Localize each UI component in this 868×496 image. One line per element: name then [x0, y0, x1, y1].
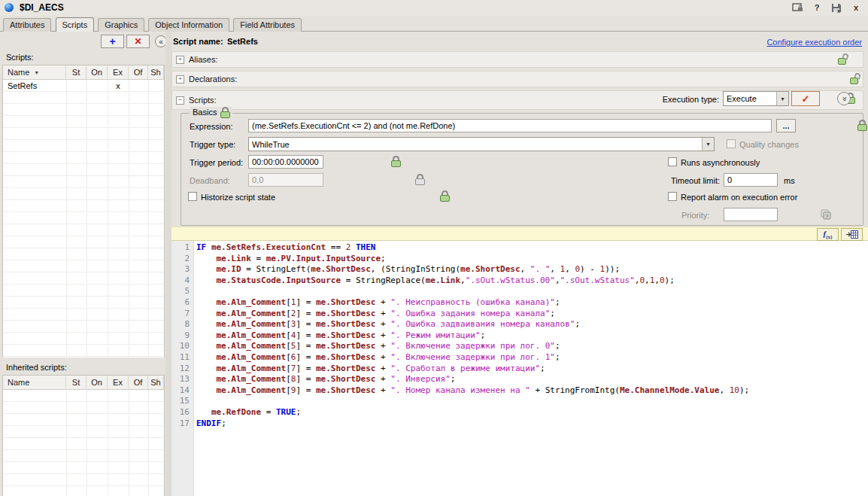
code-line[interactable]: 14 me.Alm_Comment[9] = me.ShortDesc + ".…	[171, 385, 868, 397]
script-cell	[66, 80, 86, 92]
column-header[interactable]: Ex	[108, 376, 129, 389]
column-header[interactable]: Name	[3, 376, 66, 389]
historize-checkbox[interactable]	[188, 192, 197, 201]
code-line[interactable]: 3 me.ID = StringLeft(me.ShortDesc, (Stri…	[171, 264, 868, 275]
quality-changes-label: Quality changes	[739, 140, 799, 149]
expression-input[interactable]: (me.SetRefs.ExecutionCnt <= 2) and (not …	[248, 119, 772, 132]
report-alarm-checkbox[interactable]	[668, 192, 677, 201]
aliases-section: + Aliases:	[171, 51, 863, 68]
script-cell	[129, 80, 148, 92]
timeout-input[interactable]: 0	[724, 173, 778, 187]
priority-input[interactable]	[724, 208, 778, 221]
report-alarm-label: Report alarm on execution error	[681, 193, 797, 202]
code-line[interactable]: 6 me.Alm_Comment[1] = me.ShortDesc + ". …	[171, 297, 868, 309]
object-icon	[5, 3, 14, 12]
line-number: 5	[171, 286, 196, 297]
window-title: $DI_AECS	[20, 2, 64, 13]
function-browser-button[interactable]: f(x)	[817, 228, 839, 241]
column-header[interactable]: St	[66, 65, 86, 79]
historize-lock-icon[interactable]	[440, 190, 450, 202]
code-line[interactable]: 7 me.Alm_Comment[2] = me.ShortDesc + ". …	[171, 309, 868, 320]
code-line[interactable]: 9 me.Alm_Comment[4] = me.ShortDesc + ". …	[171, 330, 868, 342]
panel-splitter[interactable]	[165, 32, 171, 496]
svg-text:?: ?	[825, 213, 829, 220]
expression-label: Expression:	[190, 122, 232, 131]
aliases-unlock-icon[interactable]	[838, 53, 848, 65]
column-header[interactable]: Ex	[108, 65, 129, 79]
save-close-icon[interactable]: x	[830, 2, 842, 13]
line-number: 16	[171, 407, 196, 418]
scripts-table-header[interactable]: Name▼StOnExOfSh	[3, 65, 164, 80]
execution-type-select[interactable]: Execute▼	[723, 91, 789, 106]
declarations-label: Declarations:	[189, 75, 237, 84]
trigger-period-input[interactable]: 00:00:00.0000000	[248, 155, 323, 169]
code-line[interactable]: 17ENDIF;	[171, 418, 868, 430]
code-line[interactable]: 5	[171, 286, 868, 297]
scripts-table: Name▼StOnExOfSh SetRefsx	[2, 65, 165, 357]
scripts-table-body[interactable]: SetRefsx	[3, 80, 164, 358]
line-number: 3	[171, 264, 196, 275]
code-line[interactable]: 1IF me.SetRefs.ExecutionCnt == 2 THEN	[171, 242, 868, 254]
runs-async-checkbox[interactable]	[668, 157, 677, 166]
add-script-button[interactable]: +	[101, 35, 124, 48]
code-editor[interactable]: 1IF me.SetRefs.ExecutionCnt == 2 THEN2 m…	[171, 241, 868, 496]
tab-attributes[interactable]: Attributes	[3, 18, 51, 32]
line-number: 7	[171, 309, 196, 320]
column-header[interactable]: On	[86, 376, 108, 389]
quality-changes-checkbox[interactable]	[727, 139, 736, 148]
tab-graphics[interactable]: Graphics	[98, 18, 144, 32]
column-header[interactable]: Of	[129, 65, 148, 79]
inherited-table-header[interactable]: NameStOnExOfSh	[3, 376, 164, 390]
help-icon[interactable]: ?	[811, 2, 823, 13]
script-cell	[86, 80, 108, 92]
code-line[interactable]: 16 me.RefDone = TRUE;	[171, 407, 868, 418]
tab-object-information[interactable]: Object Information	[148, 18, 229, 32]
column-header[interactable]: On	[86, 65, 108, 79]
column-header[interactable]: St	[66, 376, 86, 389]
lock-window-icon[interactable]	[791, 2, 803, 13]
code-line[interactable]: 4 me.StatusCode.InputSource = StringRepl…	[171, 275, 868, 287]
basics-lock-icon[interactable]	[220, 107, 229, 117]
trigger-type-select[interactable]: WhileTrue▼	[248, 137, 715, 151]
collapse-scripts-icon[interactable]: −	[176, 96, 184, 105]
browse-expression-button[interactable]: ...	[776, 119, 796, 132]
code-line[interactable]: 12 me.Alm_Comment[7] = me.ShortDesc + ".…	[171, 364, 868, 375]
line-number: 6	[171, 297, 196, 309]
close-icon[interactable]: x	[850, 2, 862, 13]
expand-declarations-icon[interactable]: +	[176, 75, 184, 84]
expression-lock-icon[interactable]	[857, 120, 867, 131]
inherited-table-body[interactable]	[3, 390, 164, 496]
line-number: 12	[171, 364, 196, 375]
deadband-input[interactable]: 0,0	[248, 173, 323, 187]
tab-field-attributes[interactable]: Field Attributes	[233, 18, 302, 32]
validate-script-button[interactable]: ✓	[791, 91, 820, 106]
column-header[interactable]: Name▼	[3, 65, 66, 79]
script-cell	[148, 80, 164, 92]
aliases-label: Aliases:	[189, 55, 218, 64]
delete-script-button[interactable]: ✕	[126, 35, 150, 48]
code-line[interactable]: 10 me.Alm_Comment[5] = me.ShortDesc + ".…	[171, 341, 868, 352]
code-line[interactable]: 15	[171, 396, 868, 407]
trigger-period-lock-icon[interactable]	[391, 156, 401, 167]
column-header[interactable]: Sh	[148, 65, 164, 79]
svg-text:x: x	[837, 8, 840, 13]
configure-execution-order-link[interactable]: Configure execution order	[766, 38, 862, 47]
expand-aliases-icon[interactable]: +	[176, 56, 184, 64]
code-line[interactable]: 13 me.Alm_Comment[8] = me.ShortDesc + ".…	[171, 374, 868, 385]
code-editor-lines[interactable]: 1IF me.SetRefs.ExecutionCnt == 2 THEN2 m…	[171, 242, 868, 429]
code-line[interactable]: 11 me.Alm_Comment[6] = me.ShortDesc + ".…	[171, 352, 868, 364]
code-line[interactable]: 8 me.Alm_Comment[3] = me.ShortDesc + ". …	[171, 319, 868, 330]
declarations-unlock-icon[interactable]	[850, 73, 860, 84]
deadband-lock-icon[interactable]	[415, 174, 425, 185]
runs-async-label: Runs asynchronously	[681, 158, 760, 167]
column-header[interactable]: Of	[129, 376, 148, 389]
code-line[interactable]: 2 me.Link = me.PV.Input.InputSource;	[171, 254, 868, 265]
script-row[interactable]: SetRefsx	[3, 80, 164, 92]
column-header[interactable]: Sh	[148, 376, 164, 389]
attribute-browser-button[interactable]	[841, 228, 863, 241]
tab-scripts[interactable]: Scripts	[56, 17, 95, 32]
line-number: 2	[171, 254, 196, 265]
chevron-down-icon: ▼	[776, 92, 788, 105]
collapse-section-button[interactable]: «	[837, 92, 851, 105]
attribute-browser-icon	[846, 230, 858, 239]
